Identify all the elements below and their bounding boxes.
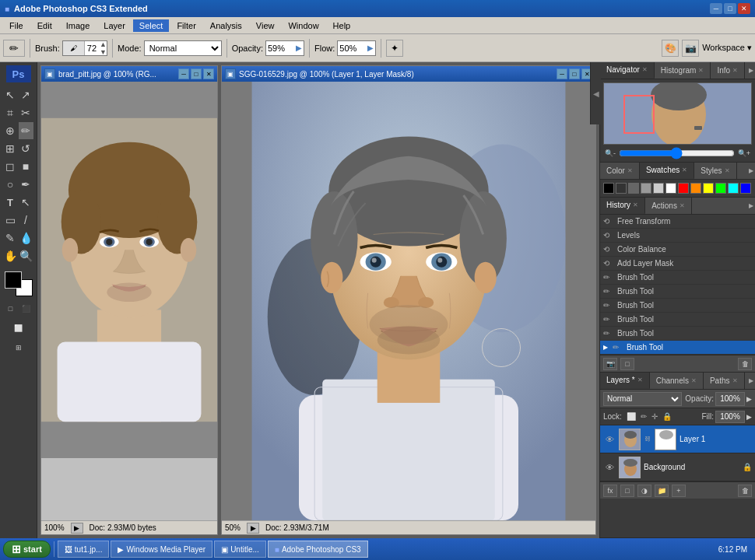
gradient-tool[interactable]: ■ bbox=[19, 158, 33, 175]
eyedropper-tool[interactable]: 💧 bbox=[19, 229, 33, 247]
channels-close[interactable]: ✕ bbox=[691, 377, 697, 384]
layer-delete-btn[interactable]: 🗑 bbox=[738, 485, 752, 497]
taskbar-item-tut[interactable]: 🖼 tut1.jp... bbox=[58, 541, 110, 558]
history-item[interactable]: ⟲ Free Transform bbox=[600, 215, 755, 229]
styles-close[interactable]: ✕ bbox=[725, 167, 730, 174]
swatch[interactable] bbox=[703, 183, 714, 194]
line-tool[interactable]: / bbox=[19, 212, 33, 229]
layer-new-btn[interactable]: + bbox=[672, 485, 686, 497]
swatch[interactable] bbox=[690, 183, 701, 194]
spot-heal-tool[interactable]: ⊕ bbox=[3, 122, 18, 139]
hand-tool[interactable]: ✋ bbox=[3, 247, 18, 264]
doc-2-minimize[interactable]: ─ bbox=[557, 68, 567, 79]
color-close[interactable]: ✕ bbox=[627, 167, 633, 174]
tab-history[interactable]: History ✕ bbox=[600, 198, 645, 214]
taskbar-item-media[interactable]: ▶ Windows Media Player bbox=[111, 541, 212, 558]
flow-arrow[interactable]: ▶ bbox=[367, 44, 374, 52]
doc-2-canvas[interactable] bbox=[222, 82, 595, 520]
swatch[interactable] bbox=[740, 183, 751, 194]
nav-zoom-out[interactable]: 🔍- bbox=[605, 149, 616, 157]
layers-opacity-input[interactable] bbox=[715, 392, 745, 406]
layers-fill-input[interactable] bbox=[715, 411, 745, 423]
history-item[interactable]: ⟲ Add Layer Mask bbox=[600, 257, 755, 271]
layer-mask-btn[interactable]: □ bbox=[620, 485, 634, 497]
taskbar-item-untitled[interactable]: ▣ Untitle... bbox=[214, 541, 266, 558]
stamp-tool[interactable]: ⊞ bbox=[3, 140, 18, 157]
swatch[interactable] bbox=[678, 183, 689, 194]
zoom-tool[interactable]: 🔍 bbox=[19, 247, 33, 264]
layer-item-background[interactable]: 👁 Background 🔒 bbox=[600, 453, 755, 481]
tab-actions[interactable]: Actions ✕ bbox=[645, 198, 692, 214]
opacity-dropdown-arrow[interactable]: ▶ bbox=[746, 395, 752, 403]
camera-btn[interactable]: 📷 bbox=[682, 40, 699, 57]
history-delete-btn[interactable]: 🗑 bbox=[738, 358, 752, 370]
shape-tool[interactable]: ▭ bbox=[3, 212, 18, 229]
mode-select[interactable]: Normal Dissolve Multiply Screen bbox=[144, 40, 222, 56]
actions-close[interactable]: ✕ bbox=[680, 202, 685, 209]
direct-selection-tool[interactable]: ↗ bbox=[19, 86, 33, 103]
doc-1-zoom-btn[interactable]: ▶ bbox=[71, 523, 83, 534]
airbrush-btn[interactable]: ✦ bbox=[386, 40, 403, 57]
minimize-button[interactable]: ─ bbox=[710, 3, 722, 14]
adobe-bridge[interactable]: ⊞ bbox=[3, 339, 34, 356]
tab-color[interactable]: Color ✕ bbox=[600, 163, 640, 179]
navigator-close[interactable]: ✕ bbox=[642, 66, 648, 73]
layer-adj-btn[interactable]: ◑ bbox=[637, 485, 651, 497]
screen-mode[interactable]: ⬜ bbox=[3, 320, 34, 337]
swatch[interactable] bbox=[628, 183, 639, 194]
history-item-active[interactable]: ▶ ✏ Brush Tool bbox=[600, 341, 755, 355]
history-new-doc-btn[interactable]: □ bbox=[620, 358, 634, 370]
swatch[interactable] bbox=[653, 183, 664, 194]
lock-transparent-icon[interactable]: ⬜ bbox=[627, 412, 636, 421]
swatch[interactable] bbox=[641, 183, 651, 194]
brush-tool-icon[interactable]: ✏ bbox=[3, 40, 25, 57]
nav-zoom-slider[interactable] bbox=[619, 150, 735, 156]
swatch[interactable] bbox=[728, 183, 739, 194]
doc-2-zoom-btn[interactable]: ▶ bbox=[247, 523, 259, 534]
history-item[interactable]: ✏ Brush Tool bbox=[600, 299, 755, 313]
layer-group-btn[interactable]: 📁 bbox=[655, 485, 669, 497]
doc-1-maximize[interactable]: □ bbox=[191, 68, 202, 79]
pen-tool[interactable]: ✒ bbox=[19, 176, 33, 193]
foreground-color[interactable] bbox=[5, 271, 22, 289]
history-snapshot-btn[interactable]: 📷 bbox=[603, 358, 617, 370]
swatches-close[interactable]: ✕ bbox=[682, 166, 687, 173]
menu-layer[interactable]: Layer bbox=[97, 19, 132, 32]
eraser-tool[interactable]: ◻ bbox=[3, 158, 18, 175]
tab-layers[interactable]: Layers * ✕ bbox=[600, 373, 650, 389]
menu-window[interactable]: Window bbox=[282, 19, 325, 32]
history-item[interactable]: ⟲ Color Balance bbox=[600, 243, 755, 257]
tab-navigator[interactable]: Navigator ✕ bbox=[600, 62, 655, 79]
dodge-tool[interactable]: ○ bbox=[3, 176, 18, 193]
info-close[interactable]: ✕ bbox=[732, 67, 738, 74]
history-item[interactable]: ✏ Brush Tool bbox=[600, 285, 755, 299]
blend-mode-select[interactable]: Normal Dissolve Multiply Screen Overlay bbox=[603, 392, 682, 406]
menu-edit[interactable]: Edit bbox=[31, 19, 58, 32]
history-item[interactable]: ✏ Brush Tool bbox=[600, 327, 755, 341]
lock-move-icon[interactable]: ✛ bbox=[651, 412, 658, 421]
histogram-close[interactable]: ✕ bbox=[698, 67, 704, 74]
swatch[interactable] bbox=[665, 183, 676, 194]
palette-btn[interactable]: 🎨 bbox=[662, 40, 679, 57]
brush-tool[interactable]: ✏ bbox=[19, 122, 33, 139]
menu-select[interactable]: Select bbox=[133, 19, 170, 32]
lock-all-icon[interactable]: 🔒 bbox=[662, 412, 672, 421]
menu-filter[interactable]: Filter bbox=[170, 19, 202, 32]
layers-menu-icon[interactable]: ▶ bbox=[747, 377, 755, 384]
color-menu-icon[interactable]: ▶ bbox=[747, 167, 755, 174]
path-select-tool[interactable]: ↖ bbox=[19, 194, 33, 211]
layers-close[interactable]: ✕ bbox=[637, 376, 643, 383]
start-button[interactable]: ⊞ start bbox=[3, 541, 51, 558]
opacity-arrow[interactable]: ▶ bbox=[296, 44, 302, 52]
nav-menu-icon[interactable]: ▶ bbox=[747, 67, 755, 74]
menu-image[interactable]: Image bbox=[60, 19, 97, 32]
menu-analysis[interactable]: Analysis bbox=[204, 19, 248, 32]
doc-2-maximize[interactable]: □ bbox=[569, 68, 580, 79]
tab-info[interactable]: Info ✕ bbox=[711, 62, 745, 79]
type-tool[interactable]: T bbox=[3, 194, 18, 211]
history-item[interactable]: ✏ Brush Tool bbox=[600, 313, 755, 327]
nav-zoom-box[interactable] bbox=[623, 95, 655, 134]
taskbar-item-ps[interactable]: ■ Adobe Photoshop CS3 bbox=[268, 541, 368, 558]
doc-1-minimize[interactable]: ─ bbox=[178, 68, 189, 79]
history-tab-close[interactable]: ✕ bbox=[633, 201, 638, 208]
